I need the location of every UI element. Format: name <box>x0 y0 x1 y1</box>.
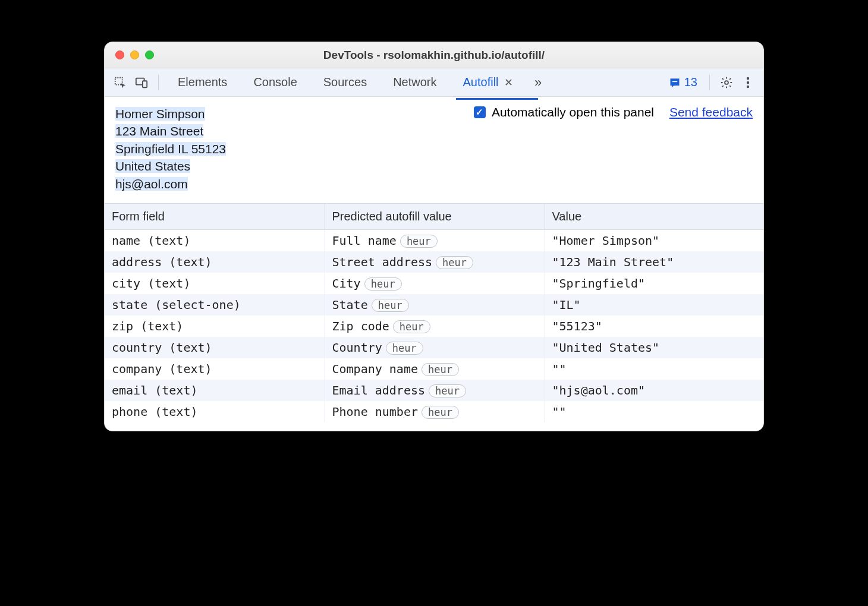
heur-badge: heur <box>429 384 466 397</box>
more-tabs-icon[interactable]: » <box>529 75 548 90</box>
settings-gear-icon[interactable] <box>718 74 735 91</box>
cell-predicted: Phone numberheur <box>325 401 545 422</box>
devtools-window: DevTools - rsolomakhin.github.io/autofil… <box>104 42 764 431</box>
cell-predicted: Cityheur <box>325 273 545 294</box>
table-row[interactable]: name (text)Full nameheur"Homer Simpson" <box>105 229 763 251</box>
cell-value: "hjs@aol.com" <box>545 380 763 401</box>
issues-count: 13 <box>684 75 697 89</box>
svg-rect-2 <box>143 81 147 87</box>
table-row[interactable]: country (text)Countryheur"United States" <box>105 337 763 358</box>
tab-elements[interactable]: Elements <box>167 70 238 95</box>
address-line: United States <box>115 159 190 173</box>
table-row[interactable]: city (text)Cityheur"Springfield" <box>105 273 763 294</box>
heur-badge: heur <box>400 235 438 248</box>
svg-point-6 <box>747 81 749 83</box>
cell-form-field: city (text) <box>105 273 325 294</box>
cell-predicted: Email addressheur <box>325 380 545 401</box>
cell-value: "" <box>545 401 763 422</box>
table-row[interactable]: phone (text)Phone numberheur"" <box>105 401 763 422</box>
address-line: Springfield IL 55123 <box>115 142 226 156</box>
titlebar: DevTools - rsolomakhin.github.io/autofil… <box>105 42 763 68</box>
issues-icon <box>669 77 681 89</box>
device-toolbar-icon[interactable] <box>133 74 150 91</box>
heur-badge: heur <box>422 406 459 419</box>
close-window-button[interactable] <box>115 50 124 59</box>
table-row[interactable]: email (text)Email addressheur"hjs@aol.co… <box>105 380 763 401</box>
traffic-lights <box>115 50 154 59</box>
cell-value: "United States" <box>545 337 763 358</box>
cell-value: "IL" <box>545 294 763 315</box>
issues-counter[interactable]: 13 <box>665 75 701 89</box>
cell-predicted: Zip codeheur <box>325 315 545 337</box>
cell-value: "Homer Simpson" <box>545 229 763 251</box>
cell-value: "123 Main Street" <box>545 251 763 273</box>
table-row[interactable]: company (text)Company nameheur"" <box>105 358 763 380</box>
toolbar-divider <box>709 75 710 90</box>
cell-form-field: country (text) <box>105 337 325 358</box>
panel-top-section: Homer Simpson 123 Main Street Springfiel… <box>105 97 763 203</box>
svg-point-4 <box>725 81 728 84</box>
svg-point-5 <box>747 77 749 79</box>
cell-value: "55123" <box>545 315 763 337</box>
svg-point-7 <box>747 85 749 87</box>
cell-predicted: Stateheur <box>325 294 545 315</box>
cell-value: "Springfield" <box>545 273 763 294</box>
heur-badge: heur <box>372 299 409 312</box>
toolbar-divider <box>158 75 159 90</box>
cell-predicted: Full nameheur <box>325 229 545 251</box>
minimize-window-button[interactable] <box>130 50 139 59</box>
col-header-value[interactable]: Value <box>545 203 763 229</box>
cell-form-field: email (text) <box>105 380 325 401</box>
table-row[interactable]: address (text)Street addressheur"123 Mai… <box>105 251 763 273</box>
col-header-predicted[interactable]: Predicted autofill value <box>325 203 545 229</box>
cell-predicted: Street addressheur <box>325 251 545 273</box>
svg-rect-3 <box>672 81 677 82</box>
heur-badge: heur <box>436 256 473 269</box>
cell-form-field: zip (text) <box>105 315 325 337</box>
cell-predicted: Company nameheur <box>325 358 545 380</box>
close-tab-icon[interactable]: ✕ <box>504 77 513 89</box>
kebab-menu-icon[interactable] <box>740 74 756 91</box>
cell-form-field: phone (text) <box>105 401 325 422</box>
address-line: 123 Main Street <box>115 124 203 138</box>
cell-form-field: name (text) <box>105 229 325 251</box>
cell-value: "" <box>545 358 763 380</box>
tab-console[interactable]: Console <box>243 70 307 95</box>
inspect-element-icon[interactable] <box>112 74 128 91</box>
autofill-panel: Homer Simpson 123 Main Street Springfiel… <box>105 97 763 431</box>
auto-open-checkbox[interactable]: ✓ <box>474 106 486 118</box>
address-line: hjs@aol.com <box>115 177 188 191</box>
cell-form-field: company (text) <box>105 358 325 380</box>
cell-form-field: state (select-one) <box>105 294 325 315</box>
tab-autofill[interactable]: Autofill ✕ <box>452 70 524 95</box>
address-line: Homer Simpson <box>115 107 205 121</box>
table-row[interactable]: state (select-one)Stateheur"IL" <box>105 294 763 315</box>
send-feedback-link[interactable]: Send feedback <box>669 105 753 119</box>
address-preview: Homer Simpson 123 Main Street Springfiel… <box>115 105 226 192</box>
heur-badge: heur <box>364 277 402 291</box>
maximize-window-button[interactable] <box>145 50 154 59</box>
heur-badge: heur <box>422 363 459 376</box>
heur-badge: heur <box>393 320 430 333</box>
autofill-table: Form field Predicted autofill value Valu… <box>105 203 763 422</box>
devtools-toolbar: Elements Console Sources Network Autofil… <box>105 68 763 97</box>
auto-open-label: Automatically open this panel <box>492 105 654 119</box>
table-row[interactable]: zip (text)Zip codeheur"55123" <box>105 315 763 337</box>
tab-autofill-label: Autofill <box>463 75 499 89</box>
tab-network[interactable]: Network <box>382 70 447 95</box>
heur-badge: heur <box>386 342 423 355</box>
cell-form-field: address (text) <box>105 251 325 273</box>
window-title: DevTools - rsolomakhin.github.io/autofil… <box>323 49 545 62</box>
tab-sources[interactable]: Sources <box>313 70 378 95</box>
cell-predicted: Countryheur <box>325 337 545 358</box>
col-header-form-field[interactable]: Form field <box>105 203 325 229</box>
panel-controls: ✓ Automatically open this panel Send fee… <box>474 105 753 119</box>
